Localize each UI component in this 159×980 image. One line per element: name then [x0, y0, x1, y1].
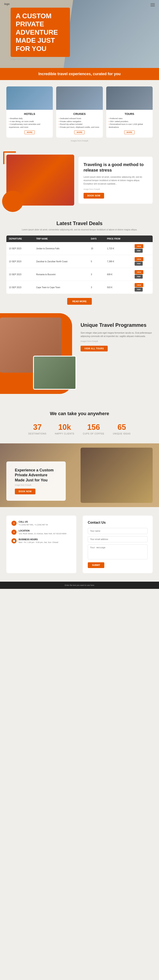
cards-section: HOTELS Breakfast daily 4 star dining, en…	[0, 80, 159, 148]
card-tours: TOURS Preferred rates 250+ vetted provid…	[106, 86, 153, 138]
row4-trip: Cape Town to Cape Town	[33, 281, 88, 294]
contact-message-input[interactable]	[88, 544, 148, 559]
stat-ideas: 65 UNIQUE IDEAS	[113, 423, 131, 435]
hero-title: A CUSTOM PRIVATE ADVENTURE MADE JUST FOR…	[11, 8, 70, 57]
footer-hours-item: 🕐 BUSINESS HOURS Mon - Fri: 1:00 pm - 5:…	[11, 538, 71, 544]
stats-title: We can take you anywhere	[6, 411, 153, 417]
col-departure: DEPARTURE	[6, 235, 33, 242]
programmes-small-image	[33, 356, 76, 390]
deals-section: Latest Travel Deals Lorem ipsum dolor si…	[0, 212, 159, 313]
hero-image-credit: Image from Freepik	[11, 58, 70, 60]
hours-label: BUSINESS HOURS	[19, 538, 58, 541]
row2-trip-button[interactable]: TRIP	[135, 262, 143, 266]
row4-price: 503 €	[104, 281, 132, 294]
stats-section: We can take you anywhere 37 DESTINATIONS…	[0, 402, 159, 443]
stress-content-card: Traveling is a good method to release st…	[79, 157, 153, 204]
contact-form-title: Contact Us	[88, 521, 148, 525]
tours-feature-1: Preferred rates	[109, 117, 150, 120]
hotels-more-link[interactable]: MORE	[24, 130, 35, 134]
location-icon: ●	[11, 530, 17, 535]
cruises-image	[56, 86, 102, 110]
logo: logo	[4, 3, 9, 6]
cruises-more-link[interactable]: MORE	[74, 130, 85, 134]
programmes-section: Unique Travel Programmes Sem integer vit…	[0, 313, 159, 402]
stress-book-now-button[interactable]: BOOK NOW	[83, 193, 104, 199]
row1-actions: VIEW TRIP	[132, 242, 153, 255]
location-label: LOCATION	[19, 530, 66, 532]
hotels-feature-1: Breakfast daily	[9, 117, 50, 120]
programmes-body: Sem integer vitae justo eget magna ferme…	[80, 331, 153, 338]
row3-actions: VIEW TRIP	[132, 268, 153, 281]
programmes-view-tours-button[interactable]: VIEW ALL TOURS	[80, 346, 108, 352]
stat-ideas-number: 65	[113, 423, 131, 432]
stress-image-area	[6, 154, 74, 205]
row2-departure: 13 SEP 2023	[6, 255, 33, 268]
cruises-feature-4: Private port tours, shipboard credits, a…	[59, 126, 100, 129]
row2-price: 7,389 €	[104, 255, 132, 268]
row3-price: 609 €	[104, 268, 132, 281]
adventure-title: Experience a Custom Private Adventure Ma…	[15, 468, 57, 483]
row4-view-button[interactable]: VIEW	[135, 283, 143, 287]
stat-destinations: 37 DESTINATIONS	[28, 423, 46, 435]
hamburger-menu[interactable]	[151, 3, 155, 7]
call-value: +1 (234) 567-891, +1 (234) 997 54	[19, 523, 48, 526]
card-cruises: CRUISES Dedicated onboard hosts Private …	[56, 86, 102, 138]
col-days: DAYS	[88, 235, 104, 242]
col-trip-name: TRIP NAME	[33, 235, 88, 242]
stress-body: Lorem ipsum dolor sit amet, consectetur …	[83, 175, 148, 186]
deals-title: Latest Travel Deals	[6, 220, 153, 226]
hotels-feature-3: Complimentary room amenities and experie…	[9, 123, 50, 129]
cruises-features: Dedicated onboard hosts Private cabins n…	[59, 117, 100, 129]
row1-trip-button[interactable]: TRIP	[135, 249, 143, 253]
row1-departure: 13 SEP 2023	[6, 242, 33, 255]
adventure-section: Experience a Custom Private Adventure Ma…	[0, 443, 159, 507]
stress-inner: Traveling is a good method to release st…	[6, 154, 153, 205]
contact-name-input[interactable]	[88, 528, 148, 534]
bottom-bar: Enter the text you want to use here	[0, 582, 159, 589]
footer-call-item: ✆ CALL US +1 (234) 567-891, +1 (234) 997…	[11, 521, 71, 526]
programmes-inner: Unique Travel Programmes Sem integer vit…	[0, 313, 159, 394]
row2-view-button[interactable]: VIEW	[135, 257, 143, 261]
row4-departure: 13 SEP 2023	[6, 281, 33, 294]
deals-read-more-button[interactable]: READ MORE	[67, 298, 91, 305]
deals-table: DEPARTURE TRIP NAME DAYS PRICE FROM 13 S…	[6, 235, 153, 294]
hotels-title: HOTELS	[9, 112, 50, 116]
call-label: CALL US	[19, 521, 48, 523]
row4-days: 3	[88, 281, 104, 294]
tours-features: Preferred rates 250+ vetted providers Pe…	[109, 117, 150, 129]
orange-circle-decor	[2, 191, 23, 212]
tours-feature-3: Personalized tours in over 1,500 global …	[109, 123, 150, 129]
table-row: 13 SEP 2023 Romania to Bucovini 3 609 € …	[6, 268, 153, 281]
row1-trip: Jordan to Dominica Falls	[33, 242, 88, 255]
row3-view-button[interactable]: VIEW	[135, 270, 143, 274]
contact-submit-button[interactable]: SUBMIT	[88, 562, 104, 568]
col-actions	[132, 235, 153, 242]
cards-images-credit: Images from Freepik	[6, 140, 153, 144]
deals-subtitle: Lorem ipsum dolor sit amet, consectetur …	[6, 228, 153, 231]
contact-email-input[interactable]	[88, 536, 148, 542]
footer-location-item: ● LOCATION 123, Rock Street, 21 Avenue, …	[11, 530, 71, 535]
table-row: 13 SEP 2023 Jordan to Dominica Falls 15 …	[6, 242, 153, 255]
row4-trip-button[interactable]: TRIP	[135, 288, 143, 291]
footer-section: ✆ CALL US +1 (234) 567-891, +1 (234) 997…	[0, 507, 159, 582]
deals-table-header: DEPARTURE TRIP NAME DAYS PRICE FROM	[6, 235, 153, 242]
stat-ideas-label: UNIQUE IDEAS	[113, 433, 131, 435]
table-row: 13 SEP 2023 Cape Town to Cape Town 3 503…	[6, 281, 153, 294]
clock-icon: 🕐	[11, 538, 17, 543]
orange-bracket-top-decor	[3, 151, 16, 164]
stat-destinations-number: 37	[28, 423, 46, 432]
row1-view-button[interactable]: VIEW	[135, 244, 143, 248]
footer-left-col: ✆ CALL US +1 (234) 567-891, +1 (234) 997…	[6, 515, 76, 573]
row1-price: 1,723 €	[104, 242, 132, 255]
adventure-book-now-button[interactable]: BOOK NOW	[15, 488, 35, 494]
stat-clients: 10k HAPPY CLIENTS	[55, 423, 74, 435]
hours-value: Mon - Fri: 1:00 pm - 5:00 pm, Sat, Sun: …	[19, 541, 58, 544]
tours-more-link[interactable]: MORE	[124, 130, 135, 134]
card-hotels: HOTELS Breakfast daily 4 star dining, en…	[6, 86, 53, 138]
hotels-features: Breakfast daily 4 star dining, en room c…	[9, 117, 50, 129]
stat-coffee-number: 156	[83, 423, 104, 432]
row2-trip: Zanzibar to Zanzibar North Coast	[33, 255, 88, 268]
col-price: PRICE FROM	[104, 235, 132, 242]
row3-trip-button[interactable]: TRIP	[135, 275, 143, 278]
hotels-feature-2: 4 star dining, en room credit	[9, 120, 50, 123]
